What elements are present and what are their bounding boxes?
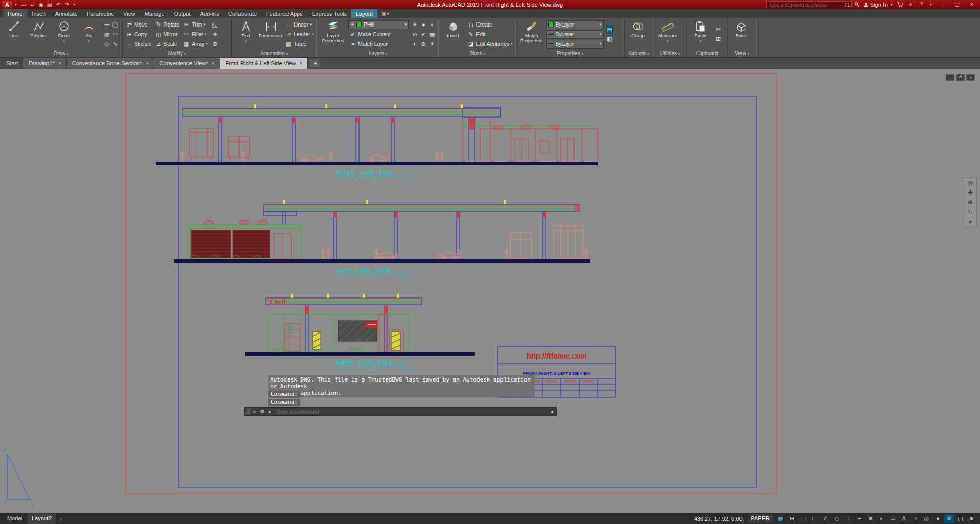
plot-icon[interactable]: ▤ [45, 1, 54, 9]
transparency-toggle-icon[interactable]: ◐ [876, 514, 887, 523]
rectangle-icon[interactable]: ▭ [103, 21, 110, 28]
save-icon[interactable]: ▣ [37, 1, 45, 9]
app-menu-arrow-icon[interactable]: ▾ [13, 1, 18, 9]
tab-collaborate[interactable]: Collaborate [224, 9, 261, 18]
tab-output[interactable]: Output [170, 9, 196, 18]
create-block-button[interactable]: ◻Create [466, 20, 513, 30]
model-tab[interactable]: Model [3, 513, 27, 524]
window-close-button[interactable]: × [966, 1, 978, 9]
lineweight-toggle-icon[interactable]: ≡ [865, 514, 876, 523]
file-tab-drawing1[interactable]: Drawing1*× [23, 58, 67, 69]
snap-toggle-icon[interactable]: ⊞ [786, 514, 797, 523]
move-button[interactable]: ⇄Move [125, 20, 152, 30]
steering-wheel-icon[interactable]: ◎ [968, 179, 973, 186]
text-dropdown-icon[interactable]: ▾ [245, 39, 247, 44]
alert-icon[interactable]: ⚠ [906, 1, 915, 9]
panel-label-clipboard[interactable]: Clipboard [687, 50, 727, 57]
ribbon-options-icon[interactable]: ▣▾ [381, 9, 389, 18]
tab-home[interactable]: Home [3, 9, 27, 18]
drawing-canvas[interactable]: RIGHT SIDE VIEW S K A L A 1 : 100 [0, 69, 980, 513]
dimension-button[interactable]: Dimension [259, 19, 282, 50]
circle-dropdown-icon[interactable]: ▾ [63, 39, 65, 44]
edit-attributes-button[interactable]: ◪Edit Attributes▾ [466, 39, 513, 49]
dynamic-input-icon[interactable]: + [854, 514, 865, 523]
layer-freeze-icon[interactable]: ● [420, 21, 427, 28]
sign-in-button[interactable]: Sign In ▾ [863, 1, 894, 9]
insert-button[interactable]: Insert [441, 19, 465, 50]
edit-attributes-dropdown-icon[interactable]: ▾ [511, 42, 513, 46]
panel-label-block[interactable]: Block ▾ [439, 50, 515, 57]
annotation-scale-icon[interactable]: A [899, 514, 910, 523]
properties-palette-icon[interactable]: ▤ [606, 25, 613, 34]
join-icon[interactable]: ⊕ [211, 41, 219, 47]
list-icon[interactable]: ◧ [606, 36, 613, 42]
group-button[interactable]: Group [627, 19, 650, 50]
layer-delete-icon[interactable]: ⊘ [420, 41, 427, 47]
clean-screen-icon[interactable]: ▢ [955, 514, 966, 523]
text-button[interactable]: Text ▾ [234, 19, 257, 50]
tab-insert[interactable]: Insert [27, 9, 51, 18]
new-layout-button[interactable]: + [57, 516, 65, 522]
close-tab-icon[interactable]: × [146, 61, 149, 66]
panel-label-view[interactable]: View ▾ [728, 50, 757, 57]
tab-view[interactable]: View [118, 9, 140, 18]
line-button[interactable]: Line [2, 19, 26, 50]
copy-clip-icon[interactable]: ⊞ [715, 36, 722, 42]
annotation-visibility-icon[interactable]: ⊿ [910, 514, 921, 523]
panel-label-groups[interactable]: Groups ▾ [625, 50, 654, 57]
paste-button[interactable]: Paste ▾ [689, 19, 712, 50]
units-icon[interactable]: ◎ [921, 514, 932, 523]
close-tab-icon[interactable]: × [299, 61, 302, 66]
fillet-button[interactable]: ◠Fillet▾ [182, 30, 209, 39]
layer-lock-icon[interactable]: ⊘ [411, 31, 418, 38]
layer-prev-icon[interactable]: ☀ [428, 41, 436, 47]
help-icon[interactable]: ? [917, 1, 926, 9]
match-layer-button[interactable]: ≈Match Layer [348, 39, 409, 49]
leader-button[interactable]: ↗Leader▾ [284, 30, 315, 39]
close-tab-icon[interactable]: × [211, 61, 214, 66]
infer-constraints-icon[interactable]: ◰ [798, 514, 808, 523]
app-logo-icon[interactable]: A [2, 1, 12, 9]
paste-dropdown-icon[interactable]: ▾ [700, 39, 702, 44]
layer-properties-button[interactable]: Layer Properties [319, 19, 347, 50]
doc-restore-button[interactable]: ▢ [956, 74, 965, 81]
tab-layout[interactable]: Layout [351, 9, 377, 18]
file-tab-start[interactable]: Start [1, 58, 23, 69]
selection-cycling-icon[interactable]: ▭ [888, 514, 898, 523]
measure-dropdown-icon[interactable]: ▾ [667, 39, 669, 44]
layer-merge-icon[interactable]: ◐ [411, 41, 418, 47]
file-tab-convenience-view[interactable]: Convenience View*× [154, 58, 220, 69]
object-snap-icon[interactable]: ⊥ [843, 514, 853, 523]
orbit-icon[interactable]: ↻ [968, 208, 973, 216]
layout2-tab[interactable]: Layout2 [28, 513, 56, 524]
linear-button[interactable]: ↔Linear▾ [284, 20, 315, 30]
viewport-border[interactable] [178, 96, 756, 487]
ellipse-icon[interactable]: ◯ [112, 21, 119, 28]
layer-off-icon[interactable]: ☀ [411, 21, 418, 28]
tab-manage[interactable]: Manage [140, 9, 170, 18]
cut-icon[interactable]: ✂ [715, 26, 722, 33]
pan-icon[interactable]: ✚ [968, 189, 973, 196]
array-dropdown-icon[interactable]: ▾ [206, 42, 208, 46]
polygon-icon[interactable]: ◇ [103, 41, 110, 47]
undo-icon[interactable]: ↶ [54, 1, 63, 9]
circle-button[interactable]: Circle ▾ [52, 19, 76, 50]
base-button[interactable]: Base [730, 19, 753, 50]
redo-icon[interactable]: ↷ [63, 1, 71, 9]
trim-button[interactable]: ✂Trim▾ [182, 20, 209, 30]
new-tab-button[interactable]: + [310, 59, 320, 67]
panel-label-properties[interactable]: Properties ▾ [516, 50, 624, 57]
layer-isolate-icon[interactable]: ◐ [428, 21, 436, 28]
panel-label-modify[interactable]: Modify ▾ [123, 50, 231, 57]
hatch-icon[interactable]: ▨ [103, 31, 110, 38]
lock-ui-icon[interactable]: ● [933, 514, 943, 523]
help-arrow-icon[interactable]: ▾ [928, 1, 934, 9]
tab-add-ins[interactable]: Add-ins [196, 9, 224, 18]
customization-icon[interactable]: ≡ [966, 514, 977, 523]
scale-button[interactable]: ⊿Scale [154, 39, 180, 49]
window-minimize-button[interactable]: – [936, 1, 948, 9]
lineweight-select[interactable]: ByLayer▾ [546, 30, 604, 39]
polar-tracking-icon[interactable]: ∠ [820, 514, 831, 523]
erase-icon[interactable]: ◺ [211, 21, 219, 28]
search-icon[interactable] [845, 3, 849, 7]
